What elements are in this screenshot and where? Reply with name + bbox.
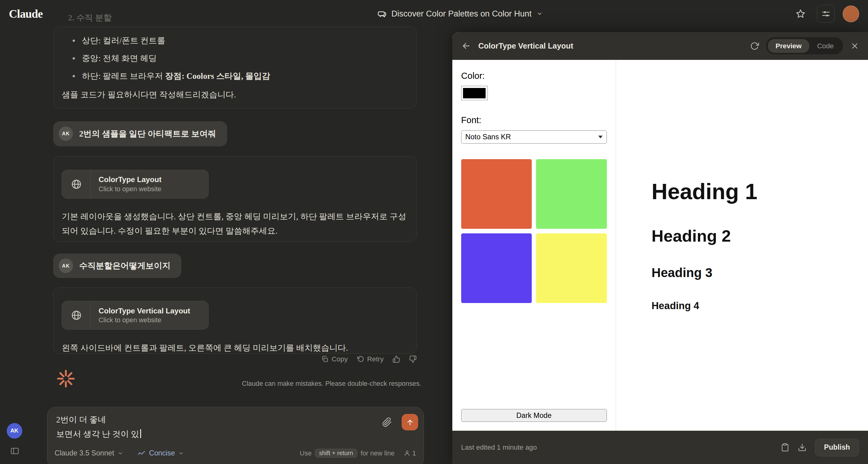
bullet-text: 상단: 컬러/폰트 컨트롤 bbox=[82, 32, 165, 50]
refresh-icon[interactable] bbox=[750, 41, 759, 51]
palette-swatch-1[interactable] bbox=[461, 159, 532, 229]
assistant-paragraph: 기본 레이아웃을 생성했습니다. 상단 컨트롤, 중앙 헤딩 미리보기, 하단 … bbox=[62, 210, 408, 238]
artifact-card-colortype-vertical-layout[interactable]: ColorType Vertical Layout Click to open … bbox=[62, 301, 208, 330]
star-icon bbox=[795, 8, 806, 19]
preview-heading-2: Heading 2 bbox=[651, 226, 868, 246]
copy-label: Copy bbox=[332, 355, 348, 363]
font-select[interactable]: Noto Sans KR bbox=[461, 130, 607, 144]
globe-icon bbox=[62, 170, 91, 198]
thumbs-down-icon bbox=[409, 355, 416, 363]
palette-grid bbox=[461, 159, 607, 303]
tab-code[interactable]: Code bbox=[809, 39, 841, 53]
bullet-marker: • bbox=[72, 50, 75, 67]
panel-left-icon bbox=[10, 446, 20, 456]
font-label: Font: bbox=[461, 115, 607, 125]
star-button[interactable] bbox=[792, 5, 809, 23]
back-arrow-icon[interactable] bbox=[461, 41, 471, 51]
retry-button[interactable]: Retry bbox=[357, 355, 384, 363]
user-avatar: AK bbox=[59, 126, 73, 141]
composer-toolbar: Claude 3.5 Sonnet Concise Use shift + re… bbox=[55, 448, 416, 459]
attach-button[interactable] bbox=[382, 417, 392, 427]
assistant-message-2: ColorType Layout Click to open website 기… bbox=[53, 156, 417, 242]
tab-preview[interactable]: Preview bbox=[768, 39, 809, 53]
composer-line-2: 보면서 생각 난 것이 있 bbox=[56, 427, 374, 441]
artifact-panel: ColorType Vertical Layout Preview Code C… bbox=[452, 32, 868, 464]
arrow-up-icon bbox=[406, 418, 414, 427]
artifact-card-colortype-layout[interactable]: ColorType Layout Click to open website bbox=[62, 170, 208, 198]
clipboard-icon bbox=[781, 443, 789, 452]
artifact-panel-header: ColorType Vertical Layout Preview Code bbox=[452, 32, 868, 60]
palette-swatch-2[interactable] bbox=[536, 159, 607, 229]
retry-label: Retry bbox=[367, 355, 383, 363]
palette-swatch-3[interactable] bbox=[461, 234, 532, 303]
keycap-shift-return: shift + return bbox=[315, 449, 357, 458]
claude-app: Claude Discover Color Palettes on Color … bbox=[0, 0, 868, 464]
bullet-text-bold: 장점: Coolors 스타일, 몰입감 bbox=[165, 71, 270, 81]
color-label: Color: bbox=[461, 71, 607, 81]
account-avatar[interactable] bbox=[843, 5, 859, 22]
palette-swatch-4[interactable] bbox=[536, 234, 607, 303]
style-selector[interactable]: Concise bbox=[137, 449, 184, 457]
send-button[interactable] bbox=[402, 414, 418, 430]
chevron-down-icon bbox=[118, 451, 123, 456]
list-item: •상단: 컬러/폰트 컨트롤 bbox=[72, 32, 408, 50]
artifact-sidebar: Color: Font: Noto Sans KR Dark Mode bbox=[452, 60, 616, 431]
style-label: Concise bbox=[149, 449, 175, 457]
sidebar-toggle-button[interactable] bbox=[10, 446, 20, 456]
dark-mode-button[interactable]: Dark Mode bbox=[461, 409, 607, 422]
artifact-title: ColorType Vertical Layout bbox=[478, 41, 573, 51]
paperclip-icon bbox=[382, 417, 392, 427]
hint-suffix: for new line bbox=[361, 449, 395, 457]
artifact-card-subtitle: Click to open website bbox=[99, 316, 190, 324]
globe-icon bbox=[62, 301, 91, 329]
user-avatar: AK bbox=[59, 258, 73, 273]
model-selector[interactable]: Claude 3.5 Sonnet bbox=[55, 449, 123, 457]
claude-logo-wordmark[interactable]: Claude bbox=[9, 7, 43, 21]
chevron-down-icon bbox=[537, 11, 543, 17]
color-picker-input[interactable] bbox=[461, 86, 488, 100]
conversation-title-menu[interactable]: Discover Color Palettes on Color Hunt bbox=[377, 0, 543, 28]
download-artifact-button[interactable] bbox=[798, 443, 807, 452]
message-action-bar: Copy Retry bbox=[53, 355, 417, 363]
writing-style-icon bbox=[137, 449, 146, 457]
artifact-card-title: ColorType Layout bbox=[99, 175, 161, 184]
retry-icon bbox=[357, 355, 364, 363]
composer-input[interactable]: 2번이 더 좋네 보면서 생각 난 것이 있 bbox=[47, 407, 424, 441]
artifact-card-meta: ColorType Layout Click to open website bbox=[91, 175, 161, 193]
composer-line-1: 2번이 더 좋네 bbox=[56, 413, 374, 427]
download-icon bbox=[798, 443, 807, 452]
collaborator-count: 1 bbox=[412, 449, 416, 457]
settings-button[interactable] bbox=[817, 5, 835, 23]
bullet-text-plain: 하단: 팔레트 브라우저 bbox=[82, 71, 165, 81]
font-select-value: Noto Sans KR bbox=[465, 133, 511, 141]
user-account-avatar[interactable]: AK bbox=[7, 423, 22, 439]
user-message-text: 수직분할은어떻게보이지 bbox=[79, 260, 170, 271]
publish-button[interactable]: Publish bbox=[815, 439, 859, 456]
bullet-text: 중앙: 전체 화면 헤딩 bbox=[82, 50, 157, 67]
disclaimer-text: Claude can make mistakes. Please double-… bbox=[242, 380, 422, 388]
copy-button[interactable]: Copy bbox=[321, 355, 347, 363]
thumbs-down-button[interactable] bbox=[409, 355, 416, 363]
close-icon[interactable] bbox=[850, 41, 859, 51]
artifact-card-title: ColorType Vertical Layout bbox=[99, 307, 190, 315]
user-message-text: 2번의 샘플을 일단 아티팩트로 보여줘 bbox=[79, 128, 216, 139]
artifact-panel-footer: Last edited 1 minute ago Publish bbox=[452, 431, 868, 464]
newline-hint: Use shift + return for new line bbox=[300, 449, 395, 458]
copy-artifact-button[interactable] bbox=[781, 443, 789, 452]
thumbs-up-button[interactable] bbox=[393, 355, 400, 363]
person-icon bbox=[403, 450, 411, 457]
copy-icon bbox=[321, 355, 329, 363]
artifact-card-subtitle: Click to open website bbox=[99, 185, 161, 193]
chevron-down-icon bbox=[178, 451, 184, 456]
list-item: •중앙: 전체 화면 헤딩 bbox=[72, 50, 408, 67]
assistant-paragraph: 왼쪽 사이드바에 컨트롤과 팔레트, 오른쪽에 큰 헤딩 미리보기를 배치했습니… bbox=[62, 341, 408, 355]
composer[interactable]: 2번이 더 좋네 보면서 생각 난 것이 있 Claude 3.5 Sonnet… bbox=[47, 407, 424, 464]
user-message-1: AK 2번의 샘플을 일단 아티팩트로 보여줘 bbox=[53, 121, 227, 146]
collaborators-button[interactable]: 1 bbox=[403, 449, 416, 457]
bullet-list: •상단: 컬러/폰트 컨트롤 •중앙: 전체 화면 헤딩 •하단: 팔레트 브라… bbox=[62, 32, 408, 85]
artifact-card-meta: ColorType Vertical Layout Click to open … bbox=[91, 307, 190, 324]
text-caret bbox=[140, 429, 141, 438]
preview-heading-1: Heading 1 bbox=[651, 179, 868, 204]
claude-starburst-logo bbox=[56, 369, 76, 391]
list-item: •하단: 팔레트 브라우저 장점: Coolors 스타일, 몰입감 bbox=[72, 67, 408, 85]
